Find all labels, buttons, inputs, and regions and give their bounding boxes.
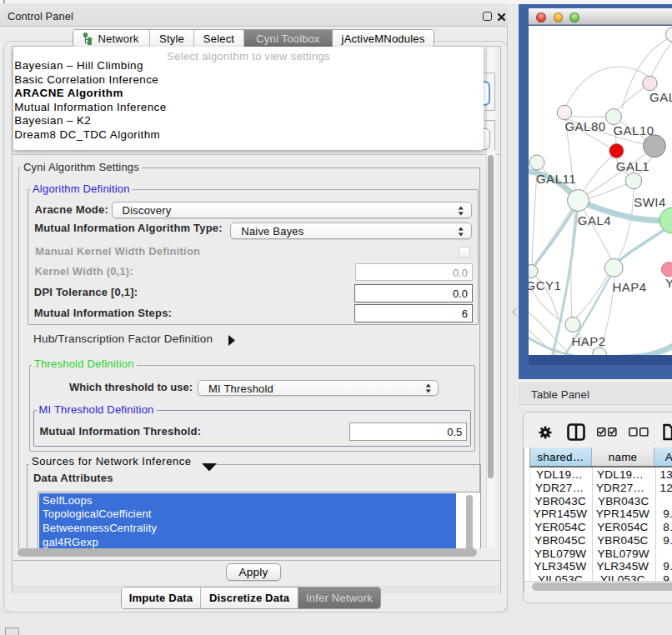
svg-text:HAP4: HAP4 [612, 279, 646, 293]
svg-text:HAP2: HAP2 [571, 333, 605, 348]
svg-text:SWI4: SWI4 [634, 194, 666, 208]
svg-text:GAL11: GAL11 [536, 171, 576, 185]
svg-text:GAL1: GAL1 [616, 159, 649, 173]
svg-text:GCY1: GCY1 [529, 278, 561, 292]
svg-text:GAL7: GAL7 [649, 89, 672, 103]
svg-text:GAL4: GAL4 [578, 212, 611, 227]
svg-text:GAL80: GAL80 [564, 118, 605, 132]
svg-text:YM: YM [665, 276, 672, 290]
svg-text:GAL10: GAL10 [613, 123, 654, 138]
